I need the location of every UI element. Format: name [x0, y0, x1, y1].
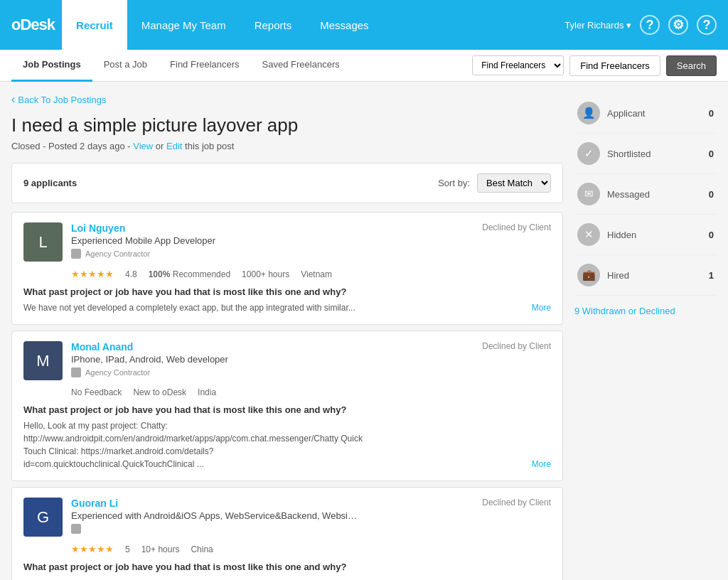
sort-select[interactable]: Best Match: [477, 173, 551, 193]
stat-label-hired: Hired: [607, 270, 702, 281]
question-1: What past project or job have you had th…: [23, 286, 551, 297]
help-icon[interactable]: ?: [640, 15, 660, 35]
stat-label-hidden: Hidden: [607, 230, 702, 240]
agency-icon-1: [71, 249, 81, 259]
applicant-status-2: Declined by Client: [482, 341, 551, 351]
stat-shortlisted: ✓ Shortlisted 0: [574, 134, 717, 174]
nav-reports[interactable]: Reports: [240, 0, 306, 50]
view-link[interactable]: View: [133, 141, 153, 151]
nav-recruit[interactable]: Recruit: [62, 0, 127, 50]
applicant-status-1: Declined by Client: [482, 222, 551, 232]
top-navigation: oDesk Recruit Manage My Team Reports Mes…: [0, 0, 728, 50]
find-freelancers-button[interactable]: Find Freelancers: [569, 55, 660, 76]
applicant-card-3: G Guoran Li Experienced with Android&iOS…: [11, 487, 563, 580]
subnav-saved-freelancers[interactable]: Saved Freelancers: [251, 50, 351, 82]
subnav-right: Find Freelancers Find Freelancers Search: [472, 55, 717, 76]
applicant-top-1: L Loi Nguyen Experienced Mobile App Deve…: [23, 222, 551, 262]
logo[interactable]: oDesk: [11, 16, 55, 34]
back-link[interactable]: Back To Job Postings: [11, 93, 563, 106]
answer-1: We have not yet developed a completely e…: [23, 301, 551, 314]
applicant-stats-3: ★★★★★ 5 10+ hours China: [23, 544, 551, 554]
applicant-info-1: Loi Nguyen Experienced Mobile App Develo…: [71, 222, 473, 259]
job-title: I need a simple picture layover app: [11, 114, 563, 136]
location-3: China: [191, 544, 213, 554]
edit-link[interactable]: Edit: [166, 141, 182, 151]
applicant-name-2[interactable]: Monal Anand: [71, 341, 473, 353]
applicant-badge-3: [71, 524, 473, 534]
new-label-2: New to oDesk: [133, 387, 186, 397]
subnav-post-a-job[interactable]: Post a Job: [92, 50, 159, 82]
hired-icon: 💼: [577, 264, 600, 286]
applicant-badge-1: Agency Contractor: [71, 249, 473, 259]
stat-count-shortlisted: 0: [709, 149, 714, 159]
applicant-stats-2: No Feedback New to oDesk India: [23, 387, 551, 397]
applicants-count: 9 applicants: [23, 178, 77, 188]
answer-2: Hello, Look at my past project: Chatty: …: [23, 419, 551, 471]
applicant-top-2: M Monal Anand IPhone, IPad, Android, Web…: [23, 341, 551, 380]
question-3: What past project or job have you had th…: [23, 562, 551, 572]
recommended-1: 100% Recommended: [149, 269, 230, 279]
withdrawn-link[interactable]: 9 Withdrawn or Declined: [574, 306, 717, 316]
right-sidebar: 👤 Applicant 0 ✓ Shortlisted 0 ✉ Messaged…: [574, 93, 717, 580]
stat-count-applicant: 0: [709, 108, 714, 119]
sub-nav-items: Job Postings Post a Job Find Freelancers…: [11, 50, 472, 82]
nav-manage-my-team[interactable]: Manage My Team: [127, 0, 240, 50]
stat-count-hidden: 0: [709, 230, 714, 240]
rating-3: 5: [125, 544, 130, 554]
applicant-name-1[interactable]: Loi Nguyen: [71, 222, 473, 234]
stars-3: ★★★★★: [71, 544, 114, 554]
settings-icon[interactable]: ⚙: [668, 15, 688, 35]
applicant-card-1: L Loi Nguyen Experienced Mobile App Deve…: [11, 212, 563, 325]
stat-label-shortlisted: Shortlisted: [607, 149, 702, 159]
applicant-name-3[interactable]: Guoran Li: [71, 498, 473, 509]
rating-1: 4.8: [125, 269, 137, 279]
search-button[interactable]: Search: [666, 55, 717, 76]
location-2: India: [198, 387, 216, 397]
applicant-title-2: IPhone, IPad, Android, Web developer: [71, 354, 473, 365]
nav-items: Recruit Manage My Team Reports Messages: [62, 0, 564, 50]
hours-3: 10+ hours: [141, 544, 180, 554]
applicant-icon: 👤: [577, 102, 600, 124]
find-freelancers-dropdown[interactable]: Find Freelancers: [472, 55, 564, 75]
stat-label-messaged: Messaged: [607, 189, 702, 200]
stat-count-hired: 1: [709, 270, 714, 281]
more-link-2[interactable]: More: [532, 458, 551, 471]
hours-1: 1000+ hours: [242, 269, 289, 279]
question-2: What past project or job have you had th…: [23, 404, 551, 415]
more-link-1[interactable]: More: [532, 301, 551, 314]
subnav-job-postings[interactable]: Job Postings: [11, 50, 92, 82]
main-content: Back To Job Postings I need a simple pic…: [0, 82, 728, 580]
stat-applicant: 👤 Applicant 0: [574, 93, 717, 134]
applicant-stats-1: ★★★★★ 4.8 100% Recommended 1000+ hours V…: [23, 269, 551, 279]
applicant-title-3: Experienced with Android&iOS Apps, WebSe…: [71, 510, 473, 521]
applicants-panel: 9 applicants Sort by: Best Match: [11, 163, 563, 203]
job-meta: Closed - Posted 2 days ago - View or Edi…: [11, 141, 563, 151]
applicant-info-3: Guoran Li Experienced with Android&iOS A…: [71, 498, 473, 534]
stat-hidden: ✕ Hidden 0: [574, 215, 717, 255]
avatar-3: G: [23, 498, 63, 537]
applicant-badge-2: Agency Contractor: [71, 367, 473, 377]
nav-right: Tyler Richards ▾ ? ⚙ ?: [564, 15, 717, 35]
shortlisted-icon: ✓: [577, 142, 600, 165]
stat-count-messaged: 0: [709, 189, 714, 200]
nav-messages[interactable]: Messages: [306, 0, 382, 50]
info-icon[interactable]: ?: [697, 15, 717, 35]
stars-1: ★★★★★: [71, 269, 114, 279]
messaged-icon: ✉: [577, 183, 600, 205]
hidden-icon: ✕: [577, 223, 600, 246]
applicant-status-3: Declined by Client: [482, 498, 551, 508]
applicant-card-2: M Monal Anand IPhone, IPad, Android, Web…: [11, 331, 563, 481]
sub-navigation: Job Postings Post a Job Find Freelancers…: [0, 50, 728, 82]
feedback-2: No Feedback: [71, 387, 122, 397]
subnav-find-freelancers[interactable]: Find Freelancers: [159, 50, 251, 82]
agency-icon-3: [71, 524, 81, 534]
applicant-top-3: G Guoran Li Experienced with Android&iOS…: [23, 498, 551, 537]
agency-icon-2: [71, 367, 81, 377]
user-menu[interactable]: Tyler Richards ▾: [564, 20, 631, 31]
location-1: Vietnam: [301, 269, 332, 279]
applicant-title-1: Experienced Mobile App Developer: [71, 235, 473, 246]
sort-label: Sort by:: [438, 178, 470, 188]
applicant-info-2: Monal Anand IPhone, IPad, Android, Web d…: [71, 341, 473, 377]
avatar-2: M: [23, 341, 63, 380]
stat-label-applicant: Applicant: [607, 108, 702, 119]
